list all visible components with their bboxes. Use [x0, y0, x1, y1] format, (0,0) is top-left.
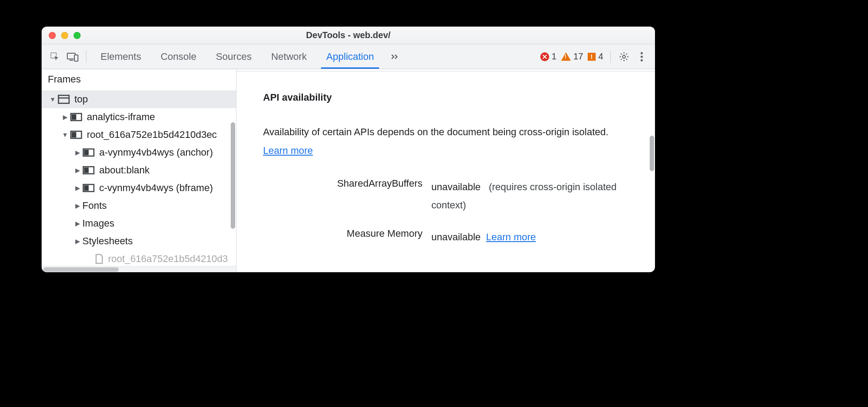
toolbar-separator	[86, 51, 86, 63]
chevron-right-icon	[74, 220, 81, 227]
titlebar: DevTools - web.dev/	[42, 27, 655, 44]
tree-label: Fonts	[82, 200, 107, 211]
svg-point-7	[641, 59, 643, 61]
learn-more-link[interactable]: Learn more	[263, 145, 313, 156]
issues-count: 4	[598, 51, 603, 62]
window-icon	[58, 94, 70, 104]
tree-row-a-anchor[interactable]: a-vynmy4vb4wys (anchor)	[42, 144, 236, 161]
row-measure-memory: Measure Memory unavailable Learn more	[263, 228, 628, 247]
sab-value-cell: unavailable (requires cross-origin isola…	[431, 178, 628, 215]
errors-count: 1	[552, 51, 557, 62]
row-sharedarraybuffers: SharedArrayBuffers unavailable (requires…	[263, 178, 628, 215]
issue-icon: !	[588, 53, 596, 61]
mm-label: Measure Memory	[263, 228, 431, 239]
more-tabs-icon[interactable]	[384, 52, 406, 62]
issues-status[interactable]: ! 4	[588, 51, 603, 62]
svg-rect-15	[85, 150, 88, 155]
tree-label: Images	[82, 218, 114, 229]
toolbar-separator-2	[610, 51, 611, 63]
chevron-down-icon	[62, 131, 68, 138]
tree-label: root_616a752e1b5d4210d3ec	[87, 129, 217, 141]
tree-label: about:blank	[99, 164, 150, 176]
more-menu-icon[interactable]	[633, 52, 651, 62]
svg-rect-8	[58, 95, 69, 103]
tree-label: a-vynmy4vb4wys (anchor)	[99, 147, 213, 158]
tab-sources[interactable]: Sources	[206, 44, 261, 69]
tree-row-root[interactable]: root_616a752e1b5d4210d3ec	[42, 126, 236, 144]
frames-tree: top analytics-iframe	[42, 90, 236, 266]
frame-icon	[70, 113, 82, 121]
errors-status[interactable]: 1	[540, 51, 557, 62]
frame-icon	[82, 148, 95, 157]
chevron-right-icon	[74, 202, 81, 209]
section-description: Availability of certain APIs depends on …	[263, 123, 628, 160]
settings-icon[interactable]	[615, 51, 633, 62]
frame-icon	[82, 184, 95, 192]
toolbar: Elements Console Sources Network Applica…	[42, 44, 655, 69]
tree-row-fonts[interactable]: Fonts	[42, 197, 236, 215]
document-icon	[95, 254, 104, 264]
svg-rect-19	[85, 186, 88, 190]
sidebar-header: Frames	[42, 69, 236, 90]
api-table: SharedArrayBuffers unavailable (requires…	[263, 178, 628, 247]
tab-network[interactable]: Network	[261, 44, 317, 69]
tree-label: c-vynmy4vb4wys (bframe)	[99, 182, 213, 194]
sidebar-vertical-scrollbar[interactable]	[231, 122, 235, 229]
chevron-right-icon	[74, 149, 81, 156]
tree-label: top	[74, 94, 88, 105]
section-heading: API availability	[263, 92, 628, 103]
tab-application[interactable]: Application	[317, 44, 384, 69]
svg-rect-3	[74, 55, 78, 61]
svg-rect-17	[85, 168, 88, 172]
tree-label: analytics-iframe	[87, 111, 155, 123]
main-vertical-scrollbar[interactable]	[650, 136, 654, 171]
window-title: DevTools - web.dev/	[42, 30, 655, 40]
warning-icon	[561, 52, 571, 61]
api-availability-section: API availability Availability of certain…	[236, 71, 655, 269]
chevron-right-icon	[74, 184, 81, 192]
tree-row-c-bframe[interactable]: c-vynmy4vb4wys (bframe)	[42, 179, 236, 197]
tree-row-about-blank[interactable]: about:blank	[42, 161, 236, 179]
content-area: Frames top	[42, 69, 655, 272]
tree-row-analytics[interactable]: analytics-iframe	[42, 108, 236, 126]
status-group: 1 17 ! 4	[540, 51, 606, 62]
tree-row-top[interactable]: top	[42, 90, 236, 108]
mm-value: unavailable	[431, 231, 480, 243]
svg-point-5	[641, 52, 643, 54]
warnings-count: 17	[574, 51, 583, 62]
chevron-down-icon	[50, 96, 56, 103]
frame-icon	[70, 130, 82, 139]
svg-point-4	[623, 55, 625, 58]
tab-console[interactable]: Console	[151, 44, 206, 69]
sidebar-horizontal-scrollbar-thumb[interactable]	[43, 267, 119, 272]
inspect-element-icon[interactable]	[46, 51, 64, 62]
devtools-window: DevTools - web.dev/ Elements Console Sou…	[42, 27, 655, 272]
chevron-right-icon	[74, 238, 81, 245]
svg-point-6	[641, 55, 643, 58]
mm-value-cell: unavailable Learn more	[431, 228, 628, 247]
tab-elements[interactable]: Elements	[91, 44, 151, 69]
tree-row-stylesheets[interactable]: Stylesheets	[42, 232, 236, 250]
tree-label: root_616a752e1b5d4210d3	[108, 253, 228, 265]
tree-row-images[interactable]: Images	[42, 215, 236, 232]
svg-rect-13	[72, 133, 76, 137]
main-panel: API availability Availability of certain…	[236, 69, 655, 272]
chevron-right-icon	[62, 113, 68, 121]
device-toolbar-icon[interactable]	[64, 52, 81, 62]
warnings-status[interactable]: 17	[561, 51, 583, 62]
sidebar-horizontal-scrollbar-track[interactable]	[42, 266, 236, 272]
mm-learn-more-link[interactable]: Learn more	[486, 231, 536, 243]
svg-rect-11	[72, 115, 76, 119]
tree-row-truncated[interactable]: root_616a752e1b5d4210d3	[42, 250, 236, 266]
sab-value: unavailable	[431, 181, 480, 192]
chevron-right-icon	[74, 167, 81, 174]
frame-icon	[82, 166, 95, 175]
error-icon	[540, 52, 549, 61]
frames-sidebar: Frames top	[42, 69, 236, 272]
tree-label: Stylesheets	[82, 235, 133, 247]
desc-text: Availability of certain APIs depends on …	[263, 126, 608, 137]
sab-label: SharedArrayBuffers	[263, 178, 431, 189]
panel-tabs: Elements Console Sources Network Applica…	[91, 44, 384, 69]
